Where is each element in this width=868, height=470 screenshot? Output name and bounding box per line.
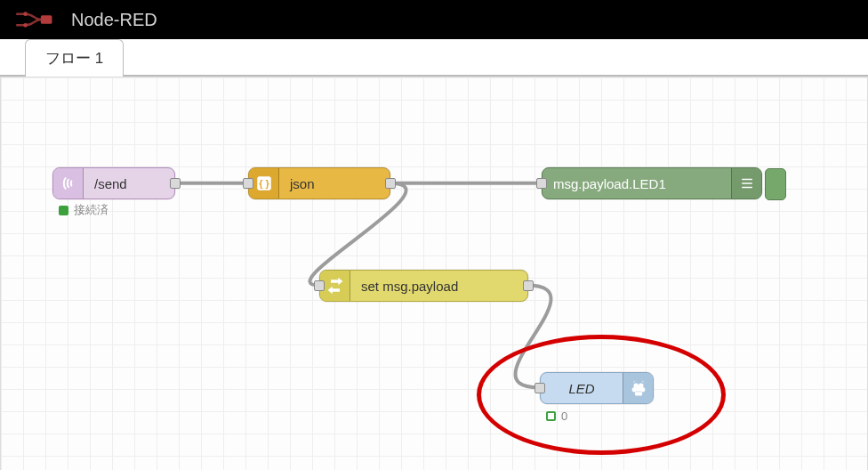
node-status: 接続済 bbox=[59, 202, 108, 218]
node-websocket-in[interactable]: /send 接続済 bbox=[52, 167, 175, 199]
svg-text:{ }: { } bbox=[259, 178, 269, 189]
node-label: /send bbox=[84, 176, 174, 191]
input-port[interactable] bbox=[243, 178, 253, 189]
node-rpi-gpio-out[interactable]: LED 0 bbox=[540, 372, 654, 404]
node-red-logo-icon bbox=[12, 10, 55, 29]
node-debug[interactable]: msg.payload.LED1 bbox=[542, 167, 762, 199]
output-port[interactable] bbox=[385, 178, 396, 189]
tab-label: フロー 1 bbox=[45, 50, 103, 67]
app-header: Node-RED bbox=[0, 0, 868, 39]
output-port[interactable] bbox=[170, 178, 181, 189]
node-json[interactable]: { } json bbox=[248, 167, 390, 199]
wifi-icon bbox=[53, 168, 84, 199]
status-dot-icon bbox=[546, 411, 556, 421]
tab-flow-1[interactable]: フロー 1 bbox=[25, 39, 124, 77]
tab-strip: フロー 1 bbox=[0, 39, 868, 77]
input-port[interactable] bbox=[534, 383, 545, 393]
status-dot-icon bbox=[59, 206, 68, 215]
output-port[interactable] bbox=[523, 280, 534, 291]
json-braces-icon: { } bbox=[249, 168, 279, 199]
flow-canvas[interactable]: /send 接続済 { } json msg.payload.LED1 bbox=[0, 77, 868, 470]
node-label: msg.payload.LED1 bbox=[542, 176, 731, 191]
node-label: set msg.payload bbox=[350, 279, 527, 294]
swap-arrows-icon bbox=[320, 271, 350, 301]
raspberry-pi-icon bbox=[623, 373, 653, 403]
input-port[interactable] bbox=[314, 280, 325, 291]
status-text: 接続済 bbox=[74, 202, 108, 218]
node-label: LED bbox=[541, 381, 623, 396]
svg-point-14 bbox=[638, 392, 642, 396]
status-text: 0 bbox=[561, 409, 567, 423]
node-change[interactable]: set msg.payload bbox=[319, 270, 528, 302]
svg-rect-0 bbox=[41, 15, 52, 23]
svg-point-12 bbox=[636, 386, 641, 392]
svg-point-2 bbox=[23, 23, 28, 28]
debug-list-icon bbox=[731, 168, 761, 199]
svg-point-1 bbox=[23, 12, 28, 16]
app-title: Node-RED bbox=[71, 10, 157, 30]
input-port[interactable] bbox=[536, 178, 547, 189]
node-status: 0 bbox=[546, 409, 567, 423]
debug-toggle-button[interactable] bbox=[765, 168, 786, 200]
node-label: json bbox=[279, 176, 390, 191]
